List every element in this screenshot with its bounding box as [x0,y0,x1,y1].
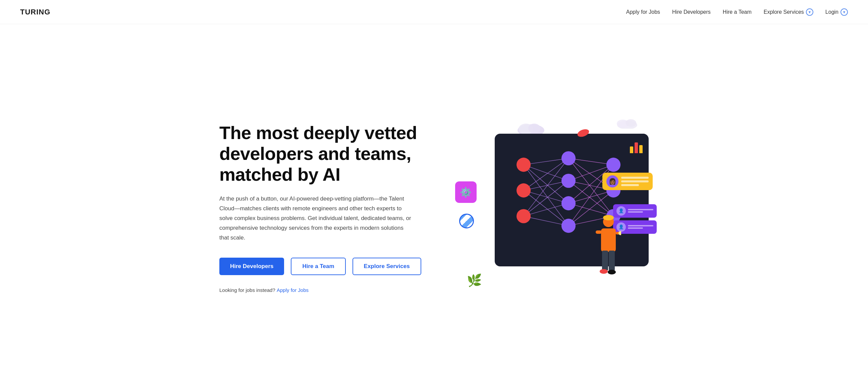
svg-point-5 [625,119,636,127]
profile-card-lines [621,177,649,186]
small-lines-2 [628,225,653,229]
nav-hire-team[interactable]: Hire a Team [723,9,752,15]
svg-point-37 [607,158,620,172]
svg-point-2 [528,123,540,133]
hero-buttons: Hire Developers Hire a Team Explore Serv… [219,258,443,275]
gear-icon: ⚙️ [460,187,471,198]
cloud-left-icon [516,120,546,135]
striped-circle-decoration [459,214,474,228]
nav-links: Apply for Jobs Hire Developers Hire a Te… [626,8,848,16]
svg-line-13 [524,191,568,226]
svg-point-35 [561,196,576,210]
svg-point-31 [517,184,531,197]
svg-point-30 [517,158,531,172]
nav-apply-jobs[interactable]: Apply for Jobs [626,9,660,15]
plant-decoration: 🌿 [467,274,482,287]
profile-line-2 [621,180,649,183]
svg-point-32 [517,209,531,223]
nav-hire-developers[interactable]: Hire Developers [672,9,711,15]
person-illustration [591,214,621,288]
profile-card-main: 👩🏾 [602,173,653,190]
svg-line-15 [524,181,568,216]
illustration-container: ⚙️ 🌿 👩🏾 👤 [451,120,649,295]
svg-rect-46 [602,251,608,271]
explore-dropdown-icon: ▼ [806,8,813,16]
svg-rect-43 [596,230,602,234]
profile-line-1 [621,177,649,179]
jobs-link-area: Looking for jobs instead? Apply for Jobs [219,287,443,293]
hire-team-button[interactable]: Hire a Team [291,258,345,275]
gear-card: ⚙️ [455,181,476,203]
profile-avatar: 👩🏾 [607,175,618,188]
navbar: TURING Apply for Jobs Hire Developers Hi… [0,0,868,24]
profile-line-3 [621,184,639,186]
svg-point-48 [600,269,608,274]
svg-point-34 [561,174,576,188]
login-dropdown-icon: ▼ [840,8,848,16]
hero-illustration: ⚙️ 🌿 👩🏾 👤 [451,120,649,295]
small-line-1b [628,211,643,213]
nav-login[interactable]: Login ▼ [826,8,848,16]
brand-logo[interactable]: TURING [20,8,50,17]
svg-point-49 [608,270,616,274]
small-line-1a [628,209,653,210]
svg-point-36 [561,219,576,233]
neural-network-svg [495,134,649,267]
hero-title: The most deeply vetted developers and te… [219,122,443,185]
svg-rect-47 [609,251,615,271]
small-line-2b [628,227,643,229]
svg-point-45 [618,231,621,235]
svg-line-8 [524,165,568,203]
apply-jobs-link[interactable]: Apply for Jobs [277,287,309,293]
hero-description: At the push of a button, our AI-powered … [219,194,414,243]
svg-point-33 [561,151,576,165]
cloud-right-icon [615,117,639,129]
svg-rect-42 [601,228,616,252]
nav-explore-services[interactable]: Explore Services ▼ [764,8,813,16]
svg-point-41 [603,215,614,220]
small-lines-1 [628,209,653,213]
hire-developers-button[interactable]: Hire Developers [219,258,284,275]
small-line-2a [628,225,653,226]
hero-content: The most deeply vetted developers and te… [219,122,443,293]
hero-section: The most deeply vetted developers and te… [199,24,669,391]
explore-services-button[interactable]: Explore Services [352,258,421,275]
